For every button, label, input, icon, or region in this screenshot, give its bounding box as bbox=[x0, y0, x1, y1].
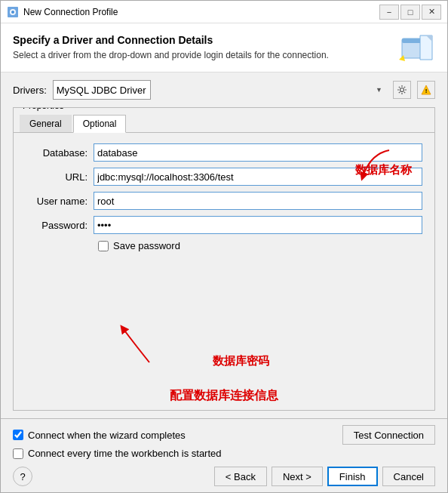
footer-checkbox-row-2: Connect every time the workbench is star… bbox=[13, 448, 435, 459]
drivers-row: Drivers: MySQL JDBC Driver ! bbox=[13, 80, 435, 100]
drivers-settings-button[interactable] bbox=[393, 81, 411, 99]
gear-icon bbox=[397, 85, 407, 95]
main-window: New Connection Profile − □ ✕ Specify a D… bbox=[0, 0, 448, 493]
back-button[interactable]: < Back bbox=[214, 467, 267, 486]
window-controls: − □ ✕ bbox=[379, 5, 441, 20]
properties-label: Properties bbox=[20, 107, 67, 111]
form-row-url: URL: bbox=[26, 168, 422, 186]
connect-workbench-checkbox[interactable] bbox=[13, 448, 23, 459]
footer-section: Connect when the wizard completes Test C… bbox=[1, 418, 447, 492]
annotation-config: 配置数据库连接信息 bbox=[170, 388, 278, 404]
footer-checkbox-row-1: Connect when the wizard completes Test C… bbox=[13, 425, 435, 445]
drivers-warning-button[interactable]: ! bbox=[417, 81, 435, 99]
form-row-username: User name: bbox=[26, 192, 422, 210]
header-title: Specify a Driver and Connection Details bbox=[13, 34, 391, 46]
help-button[interactable]: ? bbox=[13, 467, 32, 486]
header-text: Specify a Driver and Connection Details … bbox=[13, 34, 391, 62]
tab-general[interactable]: General bbox=[20, 115, 72, 132]
username-input[interactable] bbox=[94, 192, 422, 210]
form-row-password: Password: bbox=[26, 216, 422, 234]
tab-optional[interactable]: Optional bbox=[73, 115, 127, 133]
test-connection-button[interactable]: Test Connection bbox=[342, 425, 435, 445]
footer-right: < Back Next > Finish Cancel bbox=[214, 467, 435, 486]
arrow-db-password bbox=[112, 321, 172, 366]
url-label: URL: bbox=[26, 171, 94, 183]
window-icon bbox=[7, 6, 19, 18]
database-input[interactable] bbox=[94, 143, 422, 162]
header-section: Specify a Driver and Connection Details … bbox=[1, 23, 447, 72]
drivers-select-wrapper: MySQL JDBC Driver bbox=[53, 80, 387, 100]
save-password-checkbox[interactable] bbox=[98, 241, 109, 251]
footer-checkboxes: Connect when the wizard completes Test C… bbox=[13, 425, 435, 459]
connect-wizard-label: Connect when the wizard completes bbox=[28, 430, 186, 441]
title-bar: New Connection Profile − □ ✕ bbox=[1, 1, 447, 23]
next-button[interactable]: Next > bbox=[272, 467, 323, 486]
form-row-database: Database: bbox=[26, 143, 422, 162]
body-section: Drivers: MySQL JDBC Driver ! Properties bbox=[1, 72, 447, 418]
drivers-label: Drivers: bbox=[13, 85, 47, 96]
database-label: Database: bbox=[26, 147, 94, 159]
save-password-label: Save password bbox=[113, 240, 180, 251]
save-password-row: Save password bbox=[26, 240, 422, 251]
footer-buttons: ? < Back Next > Finish Cancel bbox=[13, 467, 435, 486]
url-input[interactable] bbox=[94, 168, 422, 186]
svg-text:!: ! bbox=[425, 88, 428, 94]
drivers-select[interactable]: MySQL JDBC Driver bbox=[53, 80, 151, 100]
cancel-button[interactable]: Cancel bbox=[382, 467, 435, 486]
properties-box: Properties General Optional Database: UR… bbox=[13, 107, 435, 411]
username-label: User name: bbox=[26, 196, 94, 207]
form-area: Database: URL: User name: Password: bbox=[14, 133, 434, 410]
finish-button[interactable]: Finish bbox=[327, 467, 378, 486]
connect-workbench-label: Connect every time the workbench is star… bbox=[28, 448, 222, 459]
window-title: New Connection Profile bbox=[23, 7, 379, 17]
footer-left: ? bbox=[13, 467, 32, 486]
connect-wizard-checkbox[interactable] bbox=[13, 430, 23, 440]
close-button[interactable]: ✕ bbox=[422, 5, 441, 20]
svg-point-7 bbox=[400, 88, 404, 92]
warning-icon: ! bbox=[421, 85, 431, 95]
restore-button[interactable]: □ bbox=[400, 5, 420, 20]
header-subtitle: Select a driver from the drop-down and p… bbox=[13, 49, 391, 62]
password-input[interactable] bbox=[94, 216, 422, 234]
svg-point-2 bbox=[11, 11, 14, 14]
annotation-db-password: 数据库密码 bbox=[213, 354, 269, 368]
header-icon bbox=[399, 34, 435, 64]
tabs-row: General Optional bbox=[14, 108, 434, 133]
minimize-button[interactable]: − bbox=[379, 5, 399, 20]
password-label: Password: bbox=[26, 220, 94, 231]
